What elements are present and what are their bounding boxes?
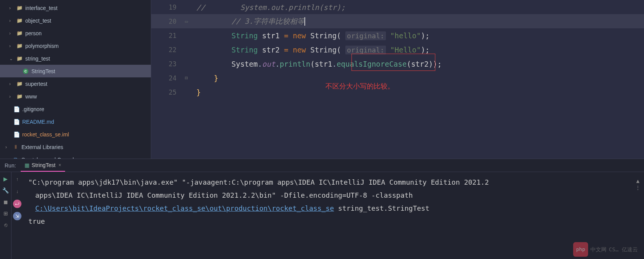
tree-item-label: www	[25, 93, 37, 100]
folder-icon	[16, 5, 23, 11]
up-arrow-icon[interactable]: ↑	[13, 175, 21, 184]
tree-folder-person[interactable]: › person	[0, 27, 151, 39]
line-number: 25	[151, 89, 185, 96]
chevron-right-icon: ›	[5, 144, 11, 150]
tree-folder-www[interactable]: › www	[0, 90, 151, 103]
tree-class-stringtest[interactable]: C StringTest	[0, 65, 151, 77]
tree-item-label: External Libraries	[21, 144, 63, 150]
tree-folder-interface-test[interactable]: › interface_test	[0, 2, 151, 14]
folder-icon	[16, 93, 23, 99]
code-line-24: }	[193, 74, 644, 82]
exit-icon[interactable]: ⎋	[2, 221, 10, 229]
tree-file-gitignore[interactable]: 📄 .gitignore	[0, 103, 151, 115]
chevron-right-icon: ›	[9, 94, 15, 99]
run-secondary-toolbar: ↑ ↓ ⮐ ⇲	[11, 172, 23, 259]
tree-folder-object-test[interactable]: › object_test	[0, 14, 151, 27]
code-editor[interactable]: 19 // System.out.println(str); 20 ▭ // 3…	[151, 0, 644, 159]
run-toolbar: ▶ 🔧 ◼ ⊞ ⎋	[0, 172, 11, 259]
line-number: 21	[151, 32, 185, 39]
down-arrow-icon[interactable]: ↓	[13, 187, 21, 196]
chevron-right-icon: ›	[9, 18, 15, 23]
console-line: C:\Users\bit\IdeaProjects\rocket_class_s…	[28, 202, 639, 215]
tree-item-label: supertest	[25, 81, 47, 87]
markdown-icon: 📄	[13, 119, 20, 125]
watermark-text: CS… 亿速云	[609, 243, 638, 256]
library-icon: ⫴	[12, 144, 19, 150]
console-output[interactable]: "C:\program apps\jdk17\bin\java.exe" "-j…	[23, 172, 644, 259]
line-number: 22	[151, 46, 185, 54]
tree-item-label: .gitignore	[22, 106, 44, 112]
tree-external-libraries[interactable]: › ⫴ External Libraries	[0, 141, 151, 153]
module-icon: 📄	[13, 131, 20, 138]
chevron-right-icon: ›	[9, 81, 15, 87]
tree-item-label: interface_test	[25, 5, 57, 11]
tree-item-label: StringTest	[31, 68, 55, 74]
code-line-20: // 3.字符串比较相等	[193, 16, 644, 26]
php-logo: php	[573, 242, 588, 257]
line-number: 20	[151, 18, 185, 25]
folder-icon	[16, 43, 23, 49]
tree-folder-supertest[interactable]: › supertest	[0, 77, 151, 90]
caret	[304, 17, 305, 26]
line-number: 23	[151, 60, 185, 68]
stop-icon[interactable]: ◼	[2, 198, 10, 206]
tree-file-readme[interactable]: 📄 README.md	[0, 115, 151, 128]
code-line-23: System.out.println(str1.equalsIgnoreCase…	[193, 60, 644, 68]
tree-scratches[interactable]: ⧉ Scratches and Consoles	[0, 153, 151, 159]
folder-icon	[16, 18, 23, 23]
soft-wrap-icon[interactable]: ⮐	[13, 200, 21, 208]
run-label: Run:	[0, 162, 21, 169]
tree-item-label: string_test	[25, 56, 50, 62]
code-line-25: }	[193, 88, 644, 97]
chevron-right-icon: ›	[9, 31, 15, 36]
scroll-up-icon[interactable]: ▲	[634, 174, 642, 181]
run-tabs-bar: Run: ▦ StringTest ×	[0, 159, 644, 172]
code-line-19: // System.out.println(str);	[193, 3, 644, 11]
run-tab-stringtest[interactable]: ▦ StringTest ×	[21, 159, 65, 172]
scroll-controls: ▲ ⋮	[634, 174, 642, 188]
run-tab-icon: ▦	[25, 162, 29, 168]
scroll-end-icon[interactable]: ⇲	[13, 212, 21, 220]
rerun-icon[interactable]: ▶	[2, 175, 10, 183]
tree-item-label: object_test	[25, 18, 51, 24]
line-number: 24	[151, 74, 185, 82]
class-icon: C	[22, 69, 29, 74]
fold-gutter: ⊟	[185, 75, 193, 81]
tree-item-label: README.md	[22, 119, 54, 125]
annotation-text: 不区分大小写的比较。	[325, 82, 394, 91]
console-link[interactable]: C:\Users\bit\IdeaProjects\rocket_class_s…	[35, 204, 334, 212]
run-panel: Run: ▦ StringTest × ▶ 🔧 ◼ ⊞ ⎋ ↑ ↓ ⮐ ⇲ "C…	[0, 159, 644, 259]
tree-folder-polymorphism[interactable]: › polymorphism	[0, 39, 151, 52]
code-line-21: String str1 = new String( original: "hel…	[193, 31, 644, 40]
chevron-right-icon: ›	[9, 43, 15, 49]
console-line: "C:\program apps\jdk17\bin\java.exe" "-j…	[28, 176, 639, 189]
tree-folder-string-test[interactable]: ⌄ string_test	[0, 52, 151, 65]
folder-icon	[16, 30, 23, 36]
line-number: 19	[151, 3, 185, 11]
fold-gutter: ▭	[185, 18, 193, 24]
folder-icon	[16, 81, 23, 87]
folder-icon	[16, 56, 23, 61]
chevron-down-icon: ⌄	[9, 56, 15, 61]
tree-item-label: rocket_class_se.iml	[22, 131, 69, 138]
code-line-22: String str2 = new String( original: "Hel…	[193, 46, 644, 54]
tree-file-iml[interactable]: 📄 rocket_class_se.iml	[0, 128, 151, 141]
console-line: apps\IDEA IC\IntelliJ IDEA Community Edi…	[28, 189, 639, 202]
file-icon: 📄	[13, 106, 20, 112]
watermark-text: 中文网	[590, 243, 606, 256]
project-tree: › interface_test › object_test › person …	[0, 0, 151, 159]
watermark: php 中文网 CS… 亿速云	[573, 242, 638, 257]
settings-icon[interactable]: 🔧	[2, 187, 10, 194]
run-tab-label: StringTest	[32, 162, 56, 168]
tree-item-label: person	[25, 30, 42, 36]
layout-icon[interactable]: ⊞	[2, 210, 10, 217]
console-line: true	[28, 215, 639, 228]
tree-item-label: polymorphism	[25, 43, 59, 49]
close-icon[interactable]: ×	[59, 162, 61, 168]
scroll-menu-icon[interactable]: ⋮	[634, 181, 642, 188]
chevron-right-icon: ›	[9, 5, 15, 11]
